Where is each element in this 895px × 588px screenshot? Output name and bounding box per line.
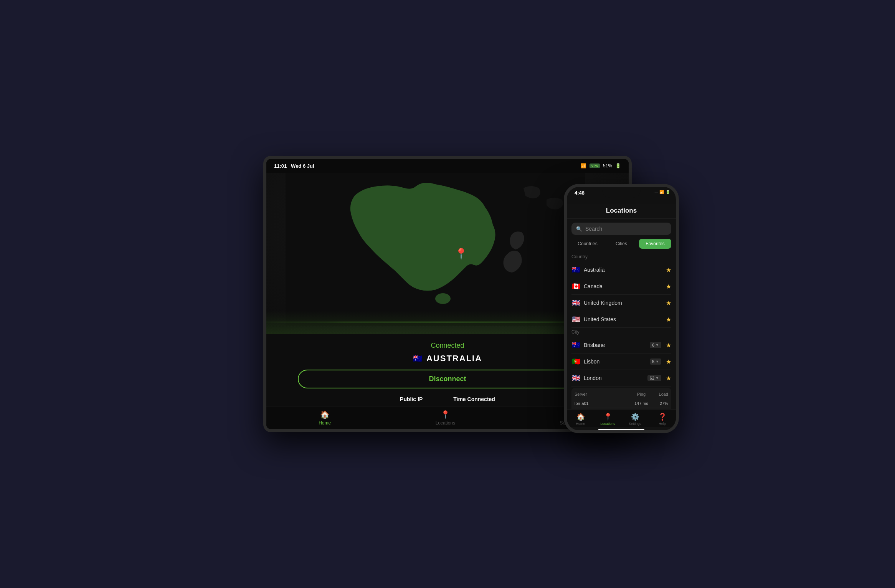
ph-nav-settings[interactable]: ⚙️ Settings xyxy=(621,413,649,426)
tablet-status-right: 📶 VPN 51% 🔋 xyxy=(581,163,621,168)
uk-flag: 🇬🇧 xyxy=(571,299,581,307)
load-col-header: Load xyxy=(653,392,668,396)
ph-locations-label: Locations xyxy=(600,422,615,426)
london-badge[interactable]: 62 ▼ xyxy=(647,375,661,381)
ph-help-label: Help xyxy=(659,422,666,426)
locations-list: Country 🇦🇺 Australia ★ 🇨🇦 Canada ★ 🇬🇧 U xyxy=(567,253,676,409)
london-chevron: ▼ xyxy=(656,376,659,380)
server-row-1[interactable]: lon-a01 147 ms 27% xyxy=(575,399,668,408)
us-star[interactable]: ★ xyxy=(666,316,671,323)
search-placeholder: Search xyxy=(585,226,602,232)
country-flag: 🇦🇺 xyxy=(413,354,423,363)
list-item-lisbon[interactable]: 🇵🇹 Lisbon 5 ▼ ★ xyxy=(571,353,671,370)
tablet-time: 11:01 Wed 6 Jul xyxy=(274,163,314,169)
ph-nav-home[interactable]: 🏠 Home xyxy=(567,413,594,426)
ph-help-icon: ❓ xyxy=(658,413,667,421)
ph-settings-icon: ⚙️ xyxy=(631,413,639,421)
tablet-nav-locations-label: Locations xyxy=(436,420,455,426)
lisbon-chevron: ▼ xyxy=(656,360,659,363)
ph-home-label: Home xyxy=(576,422,585,426)
us-name: United States xyxy=(584,316,663,322)
server-table: Server Ping Load lon-a01 147 ms 27% lon-… xyxy=(571,388,671,409)
lisbon-name: Lisbon xyxy=(584,358,647,365)
phone-nav: 🏠 Home 📍 Locations ⚙️ Settings ❓ Help xyxy=(567,409,676,427)
phone-battery-icon: 🔋 xyxy=(665,190,670,194)
ph-locations-icon: 📍 xyxy=(604,413,612,421)
canada-flag: 🇨🇦 xyxy=(571,282,581,291)
city-section-label: City xyxy=(571,329,671,335)
australia-name: Australia xyxy=(584,267,663,273)
phone: 4:48 ···· 📶 🔋 Locations 🔍 Search Countri… xyxy=(564,184,679,433)
brisbane-star[interactable]: ★ xyxy=(666,342,671,349)
lisbon-count: 5 xyxy=(652,359,654,364)
lisbon-flag: 🇵🇹 xyxy=(571,357,581,366)
london-star[interactable]: ★ xyxy=(666,375,671,382)
server-ping-1: 147 ms xyxy=(630,401,653,406)
brisbane-chevron: ▼ xyxy=(656,343,659,347)
tablet-status-bar: 11:01 Wed 6 Jul 📶 VPN 51% 🔋 xyxy=(266,159,629,173)
location-pin: 📍 xyxy=(454,248,468,260)
us-flag: 🇺🇸 xyxy=(571,315,581,324)
phone-title: Locations xyxy=(606,207,637,214)
lisbon-badge[interactable]: 5 ▼ xyxy=(650,358,661,365)
phone-wifi-icon: 📶 xyxy=(659,190,664,194)
server-load-1: 27% xyxy=(653,401,668,406)
list-item-london[interactable]: 🇬🇧 London 62 ▼ ★ xyxy=(571,370,671,386)
phone-body: Locations 🔍 Search Countries Cities Favo… xyxy=(567,204,676,430)
home-icon: 🏠 xyxy=(320,410,330,419)
tablet-nav-home[interactable]: 🏠 Home xyxy=(319,410,331,426)
tab-favorites[interactable]: Favorites xyxy=(639,239,671,249)
server-name-1: lon-a01 xyxy=(575,401,630,406)
australia-star[interactable]: ★ xyxy=(666,266,671,274)
brisbane-name: Brisbane xyxy=(584,342,647,348)
tab-cities[interactable]: Cities xyxy=(605,239,637,249)
tablet-nav-home-label: Home xyxy=(319,420,331,426)
ph-nav-help[interactable]: ❓ Help xyxy=(649,413,676,426)
country-section-label: Country xyxy=(571,254,671,259)
phone-tabs: Countries Cities Favorites xyxy=(571,239,671,249)
canada-star[interactable]: ★ xyxy=(666,283,671,290)
tasmania-path xyxy=(435,293,451,304)
connected-label: Connected xyxy=(431,342,464,350)
phone-notch xyxy=(602,187,641,198)
locations-icon: 📍 xyxy=(441,410,450,419)
public-ip-label: Public IP xyxy=(400,396,423,402)
search-icon: 🔍 xyxy=(576,226,582,232)
scene: 11:01 Wed 6 Jul 📶 VPN 51% 🔋 xyxy=(224,147,671,441)
brisbane-badge[interactable]: 6 ▼ xyxy=(650,342,661,348)
london-count: 62 xyxy=(650,376,654,380)
ping-col-header: Ping xyxy=(630,392,653,396)
list-item-brisbane[interactable]: 🇦🇺 Brisbane 6 ▼ ★ xyxy=(571,337,671,353)
info-row: Public IP Time Connected xyxy=(400,396,495,402)
london-flag: 🇬🇧 xyxy=(571,374,581,382)
server-col-header: Server xyxy=(575,392,630,396)
map-svg xyxy=(286,173,585,326)
ph-settings-label: Settings xyxy=(629,422,641,426)
phone-search[interactable]: 🔍 Search xyxy=(571,223,671,235)
country-name: AUSTRALIA xyxy=(426,353,482,363)
ph-home-icon: 🏠 xyxy=(576,413,585,421)
canada-name: Canada xyxy=(584,283,663,289)
server-table-header: Server Ping Load xyxy=(575,390,668,399)
list-item-uk[interactable]: 🇬🇧 United Kingdom ★ xyxy=(571,295,671,311)
country-row: 🇦🇺 AUSTRALIA xyxy=(413,353,482,363)
vpn-badge: VPN xyxy=(590,164,600,168)
brisbane-flag: 🇦🇺 xyxy=(571,341,581,349)
uk-name: United Kingdom xyxy=(584,300,663,306)
lisbon-star[interactable]: ★ xyxy=(666,358,671,365)
uk-star[interactable]: ★ xyxy=(666,299,671,307)
disconnect-button[interactable]: Disconnect xyxy=(298,370,597,388)
home-indicator xyxy=(598,429,644,430)
phone-signal-dots: ···· xyxy=(654,190,658,194)
list-item-australia[interactable]: 🇦🇺 Australia ★ xyxy=(571,262,671,278)
list-item-canada[interactable]: 🇨🇦 Canada ★ xyxy=(571,278,671,295)
list-item-us[interactable]: 🇺🇸 United States ★ xyxy=(571,311,671,328)
tablet-nav-locations[interactable]: 📍 Locations xyxy=(436,410,455,426)
phone-status-right: ···· 📶 🔋 xyxy=(654,190,670,194)
tab-countries[interactable]: Countries xyxy=(571,239,604,249)
ph-nav-locations[interactable]: 📍 Locations xyxy=(594,413,621,426)
time-connected-label: Time Connected xyxy=(453,396,495,402)
battery-icon: 🔋 xyxy=(615,163,621,168)
london-name: London xyxy=(584,375,644,381)
phone-time: 4:48 xyxy=(575,190,585,196)
